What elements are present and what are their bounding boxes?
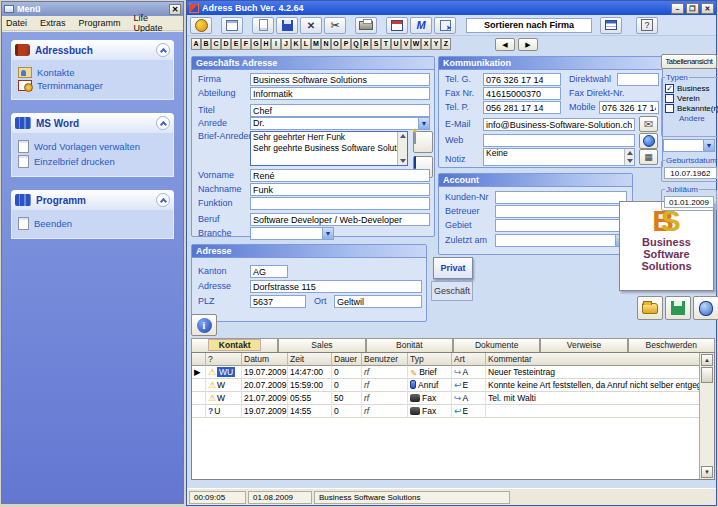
menu-item-terminmanager[interactable]: Terminmanager xyxy=(18,80,169,91)
menu-extras[interactable]: Extras xyxy=(40,18,66,28)
table-view-button[interactable] xyxy=(600,17,622,34)
adresse-input[interactable] xyxy=(250,280,422,293)
calendar-button[interactable] xyxy=(386,17,408,34)
column-header-dauer[interactable]: Dauer xyxy=(332,353,362,366)
section-header-adressbuch[interactable]: Adressbuch xyxy=(11,40,174,60)
funktion-input[interactable] xyxy=(250,197,430,210)
help-button[interactable]: ? xyxy=(636,17,658,34)
section-header-programm[interactable]: Programm xyxy=(11,190,174,210)
letter-f-button[interactable]: F xyxy=(241,38,251,50)
collapse-chevron-icon[interactable] xyxy=(156,193,170,207)
column-header-kommentar[interactable]: Kommentar xyxy=(486,353,714,366)
tab-dokumente[interactable]: Dokumente xyxy=(453,338,540,352)
firma-input[interactable] xyxy=(250,73,430,86)
minimize-button[interactable]: – xyxy=(671,3,684,14)
letter-x-button[interactable]: X xyxy=(421,38,431,50)
letter-q-button[interactable]: Q xyxy=(351,38,361,50)
table-row[interactable]: ?U19.07.200914:550rfFax↩E xyxy=(192,405,714,418)
letter-e-button[interactable]: E xyxy=(231,38,241,50)
checkbox-business[interactable]: ✓Business xyxy=(665,84,718,93)
anrede-dropdown[interactable]: Dr. ▼ xyxy=(250,117,430,130)
menu-datei[interactable]: Datei xyxy=(6,18,27,28)
anrede-option[interactable]: Sehr geehrte Business Software Solutions xyxy=(251,143,407,154)
tab-beschwerden[interactable]: Beschwerden xyxy=(628,338,715,352)
menu-window-close-button[interactable]: ✕ xyxy=(169,4,181,15)
tab-sales[interactable]: Sales xyxy=(278,338,365,352)
maximize-button[interactable]: ❐ xyxy=(686,3,699,14)
notiz-textarea[interactable]: Keine xyxy=(483,148,635,166)
column-header-benutzer[interactable]: Benutzer xyxy=(362,353,408,366)
letter-h-button[interactable]: H xyxy=(261,38,271,50)
brief-anreden-listbox[interactable]: Sehr geehrter Herr FunkSehr geehrte Busi… xyxy=(250,131,408,166)
tab-verweise[interactable]: Verweise xyxy=(540,338,627,352)
nachname-input[interactable] xyxy=(250,183,430,196)
tel-p-input[interactable] xyxy=(483,101,561,114)
abteilung-input[interactable] xyxy=(250,87,430,100)
menu-programm[interactable]: Programm xyxy=(79,18,121,28)
letter-u-button[interactable]: U xyxy=(391,38,401,50)
scroll-thumb[interactable] xyxy=(701,367,713,383)
checkbox-bekannte-r-[interactable]: Bekannte(r) xyxy=(665,104,718,113)
betreuer-input[interactable] xyxy=(495,205,627,218)
checkbox-verein[interactable]: Verein xyxy=(665,94,718,103)
info-button[interactable]: i xyxy=(191,314,217,336)
geschaeft-tab-button[interactable]: Geschäft xyxy=(431,281,473,301)
letter-n-button[interactable]: N xyxy=(321,38,331,50)
ort-input[interactable] xyxy=(334,295,422,308)
table-row[interactable]: ▶⚠WU19.07.200914:47:000rf✎Brief↪ANeuer T… xyxy=(192,366,714,379)
print-button[interactable] xyxy=(355,17,377,34)
letter-a-button[interactable]: A xyxy=(191,38,201,50)
new-document-button[interactable] xyxy=(252,17,274,34)
letter-d-button[interactable]: D xyxy=(221,38,231,50)
column-header-typ[interactable]: Typ xyxy=(408,353,452,366)
branche-dropdown[interactable]: ▼ xyxy=(250,227,334,240)
zuletzt-am-dropdown[interactable]: ▼ xyxy=(495,234,627,247)
menu-item-kontakte[interactable]: Kontakte xyxy=(18,67,169,78)
letter-i-button[interactable]: I xyxy=(271,38,281,50)
send-email-button[interactable]: ✉ xyxy=(639,116,658,132)
direktwahl-input[interactable] xyxy=(617,73,659,86)
mobile-input[interactable] xyxy=(599,101,659,114)
checkbox-icon[interactable] xyxy=(665,94,674,103)
letter-j-button[interactable]: J xyxy=(281,38,291,50)
collapse-chevron-icon[interactable] xyxy=(156,116,170,130)
menu-item-word-vorlagen-verwalten[interactable]: Word Vorlagen verwalten xyxy=(18,140,169,153)
table-row[interactable]: ⚠W21.07.200905:5550rfFax↪ATel. mit Walti xyxy=(192,392,714,405)
anrede-option[interactable]: Sehr geehrter Herr Funk xyxy=(251,132,407,143)
letter-m-button[interactable]: M xyxy=(311,38,321,50)
tel-g-input[interactable] xyxy=(483,73,561,86)
letter-s-button[interactable]: S xyxy=(371,38,381,50)
column-header-zeit[interactable]: Zeit xyxy=(288,353,332,366)
close-button[interactable]: ✕ xyxy=(701,3,714,14)
section-header-ms-word[interactable]: MS Word xyxy=(11,113,174,133)
tab-bonität[interactable]: Bonität xyxy=(366,338,453,352)
titel-input[interactable] xyxy=(250,104,430,117)
menu-item-beenden[interactable]: Beenden xyxy=(18,217,169,230)
chevron-down-icon[interactable]: ▼ xyxy=(322,228,333,239)
delete-record-button[interactable] xyxy=(693,296,718,320)
edit-notiz-button[interactable]: ▦ xyxy=(639,149,658,165)
kanton-input[interactable] xyxy=(250,265,288,278)
previous-record-button[interactable]: ◀ xyxy=(495,38,515,51)
menu-life-update[interactable]: Life Update xyxy=(134,13,170,33)
listbox-scrollbar[interactable] xyxy=(397,132,407,165)
letter-v-button[interactable]: V xyxy=(401,38,411,50)
menu-item-einzelbrief-drucken[interactable]: Einzelbrief drucken xyxy=(18,155,169,168)
web-input[interactable] xyxy=(483,134,635,147)
letter-b-button[interactable]: B xyxy=(201,38,211,50)
tabellenansicht-button[interactable]: Tabellenansicht xyxy=(661,54,717,69)
contacts-button[interactable] xyxy=(190,17,212,34)
checkbox-icon[interactable] xyxy=(665,104,674,113)
gebiet-input[interactable] xyxy=(495,219,627,232)
plz-input[interactable] xyxy=(250,295,306,308)
letter-w-button[interactable]: W xyxy=(411,38,421,50)
letter-l-button[interactable]: L xyxy=(301,38,311,50)
letter-y-button[interactable]: Y xyxy=(431,38,441,50)
export-button[interactable] xyxy=(434,17,456,34)
letter-c-button[interactable]: C xyxy=(211,38,221,50)
cut-button[interactable]: ✂ xyxy=(324,17,346,34)
table-scrollbar[interactable]: ▲ ▼ xyxy=(699,353,714,479)
add-anrede-button[interactable] xyxy=(413,131,433,153)
new-record-button[interactable] xyxy=(221,17,243,34)
column-header-datum[interactable]: Datum xyxy=(242,353,288,366)
